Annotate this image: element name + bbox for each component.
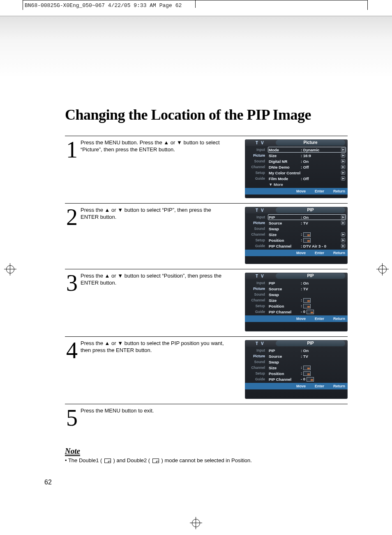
osd-row: Mode: Dynamic▶ (268, 147, 346, 153)
osd-tv-label: T V (245, 141, 276, 145)
step-number: 3 (65, 273, 79, 336)
osd-row: Digital NR: On▶ (268, 158, 346, 164)
osd-title: Picture (276, 140, 345, 146)
osd-row-label: Digital NR (269, 159, 301, 164)
sidebar-item: Picture (245, 153, 266, 158)
osd-row: My Color Control▶ (268, 170, 346, 176)
osd-pip-menu: T V PIP Input Picture Sound Channel Setu… (245, 207, 348, 264)
footer-move: Move (296, 251, 306, 255)
content: 1 Press the MENU button. Press the ▲ or … (65, 136, 348, 428)
pip-position-icon (303, 371, 311, 376)
osd-row-value: : On (301, 281, 345, 285)
osd-row: Size: 16:9▶ (268, 153, 346, 158)
osd-row: PIP: On (268, 280, 346, 286)
osd-row-value: : (301, 298, 345, 303)
step-5: 5 Press the MENU button to exit. (65, 404, 348, 428)
osd-row-value: - 0 (301, 309, 345, 314)
osd-row-label: Source (269, 221, 301, 225)
print-header: BN68-00825G-X0Eng_050~067 4/22/05 9:33 A… (25, 2, 182, 9)
osd-row: PIP Channel: DTV Air 3 - 0▶ (268, 243, 346, 249)
sidebar-item: Sound (245, 359, 266, 365)
footer-return: Return (333, 189, 345, 193)
osd-row-label: Size (269, 153, 301, 158)
step-text: Press the MENU button. Press the ▲ or ▼ … (79, 139, 228, 203)
arrow-right-icon: ▶ (341, 238, 345, 242)
sidebar-item: Guide (245, 176, 266, 181)
osd-footer: Move Enter Return (245, 250, 348, 256)
osd-sidebar: Input Picture Sound Channel Setup Guide (245, 279, 266, 315)
note-text: • The Double1 ( ) and Double2 ( ) mode c… (65, 457, 353, 463)
osd-row-value: : TV (301, 354, 345, 359)
osd-row-value: : On (301, 159, 341, 164)
osd-row-value: : (301, 238, 341, 243)
osd-row: PIP Channel - 0 (268, 309, 346, 315)
step-number: 1 (65, 139, 79, 203)
footer-move: Move (296, 189, 306, 193)
osd-row: PIP: On (268, 347, 346, 353)
osd-row-label: PIP (269, 281, 301, 285)
arrow-right-icon: ▶ (341, 165, 345, 169)
osd-sidebar: Input Picture Sound Channel Setup Guide (245, 213, 266, 250)
osd-row-label: PIP Channel (269, 310, 301, 314)
sidebar-item: Input (245, 280, 266, 286)
sidebar-item: Setup (245, 237, 266, 243)
sidebar-item: Channel (245, 232, 266, 237)
step-text: Press the MENU button to exit. (79, 408, 228, 428)
osd-row: ▼ More (268, 181, 346, 187)
footer-enter: Enter (315, 384, 324, 388)
osd-row: Source: TV (268, 286, 346, 292)
page-number: 62 (44, 479, 52, 486)
sidebar-item: Sound (245, 292, 266, 297)
arrow-right-icon: ▶ (341, 221, 345, 225)
osd-pip-position: T V PIP Input Picture Sound Channel Setu… (245, 273, 348, 331)
osd-row-label: Size (269, 366, 301, 370)
osd-row: Swap (268, 226, 346, 232)
sidebar-item: Setup (245, 170, 266, 176)
footer-enter: Enter (315, 189, 324, 193)
osd-row-value: : 16:9 (301, 153, 341, 158)
osd-row-value: : TV (301, 221, 341, 225)
sidebar-item: Channel (245, 164, 266, 170)
osd-row-value: : On (301, 215, 341, 220)
osd-row-label: PIP Channel (269, 244, 301, 248)
registration-mark-icon (376, 263, 389, 276)
arrow-right-icon: ▶ (341, 176, 345, 181)
sidebar-item: Channel (245, 365, 266, 371)
footer-move: Move (296, 317, 306, 321)
osd-row: PIP Channel - 0 (268, 376, 346, 382)
sidebar-item: Picture (245, 220, 266, 226)
osd-row-label: Film Mode (269, 176, 301, 181)
step-text: Press the ▲ or ▼ button to select “Posit… (79, 273, 228, 336)
osd-row: Size: ▶ (268, 232, 346, 237)
arrow-right-icon: ▶ (341, 159, 345, 163)
sidebar-item: Sound (245, 158, 266, 164)
osd-row-value: : (301, 303, 345, 308)
osd-row-label: DNIe Demo (269, 165, 301, 169)
osd-row-label: PIP (269, 215, 301, 220)
osd-row: Size: (268, 365, 346, 371)
arrow-right-icon: ▶ (341, 153, 345, 157)
osd-row-value: - 0 (301, 377, 345, 382)
sidebar-item: Guide (245, 243, 266, 249)
osd-row-label: Position (269, 238, 301, 243)
registration-mark-icon (4, 263, 16, 276)
note-text-pre: • The Double1 ( (65, 457, 102, 463)
osd-tv-label: T V (245, 341, 276, 346)
footer-return: Return (333, 317, 345, 321)
osd-row-label: Mode (269, 148, 301, 152)
osd-row-label: PIP (269, 348, 301, 353)
osd-sidebar: Input Picture Sound Channel Setup Guide (245, 146, 266, 188)
sidebar-item: Input (245, 214, 266, 220)
osd-row-value: : Off (301, 165, 341, 169)
osd-row: Size: (268, 297, 346, 303)
osd-row: PIP: On▶ (268, 214, 346, 220)
osd-row: Source: TV (268, 353, 346, 359)
page-title: Changing the Location of the PIP Image (65, 106, 311, 123)
osd-sidebar: Input Picture Sound Channel Setup Guide (245, 347, 266, 383)
note-label: Note (65, 447, 80, 456)
osd-row-label: Position (269, 304, 301, 308)
osd-tv-label: T V (245, 274, 276, 278)
sidebar-item: Guide (245, 309, 266, 315)
footer-return: Return (333, 251, 345, 255)
sidebar-item: Picture (245, 353, 266, 359)
